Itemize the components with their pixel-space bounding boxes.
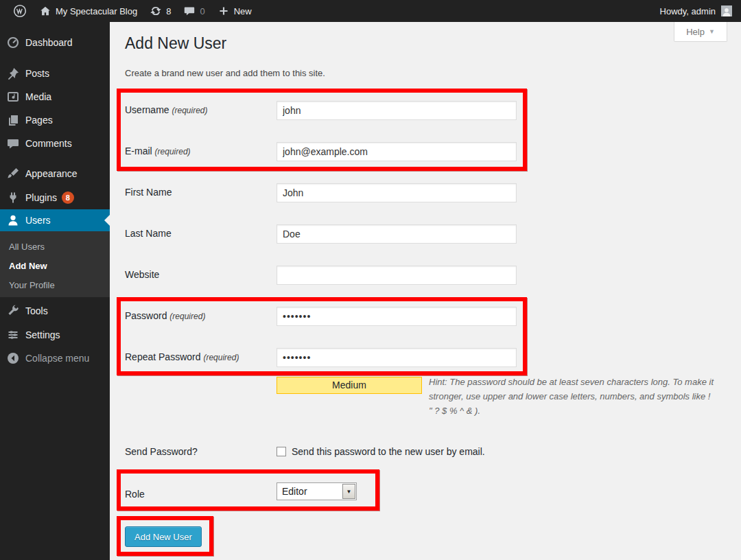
howdy-text: Howdy, admin xyxy=(660,6,716,16)
plugins-update-badge: 8 xyxy=(62,191,74,204)
required-note: (required) xyxy=(172,106,207,115)
email-input[interactable] xyxy=(277,142,517,161)
website-label: Website xyxy=(125,269,272,280)
comment-count: 0 xyxy=(200,6,204,16)
pushpin-icon xyxy=(6,67,20,80)
appearance-brush-icon xyxy=(6,167,20,180)
sidebar-item-label: Pages xyxy=(25,115,53,126)
dropdown-arrow-icon: ▼ xyxy=(342,484,355,499)
updates-menu[interactable]: 8 xyxy=(143,0,177,22)
page-title: Add New User xyxy=(125,34,226,53)
password-hint: Hint: The password should be at least se… xyxy=(242,375,716,418)
home-icon xyxy=(39,5,51,17)
sidebar-item-label: Plugins xyxy=(25,192,57,203)
email-label: E-mail (required) xyxy=(125,145,272,156)
sidebar-item-posts[interactable]: Posts xyxy=(0,62,110,85)
page-subtitle: Create a brand new user and add them to … xyxy=(125,68,325,78)
avatar xyxy=(721,5,732,16)
role-select[interactable]: Editor ▼ xyxy=(277,482,357,500)
send-password-checkbox-label: Send this password to the new user by em… xyxy=(292,446,485,457)
sidebar-item-settings[interactable]: Settings xyxy=(0,323,110,347)
password-label: Password (required) xyxy=(125,310,272,321)
repeat-password-input[interactable] xyxy=(277,348,517,367)
submenu-item-all-users[interactable]: All Users xyxy=(0,237,110,257)
add-new-user-button[interactable]: Add New User xyxy=(125,526,202,547)
selected-item-arrow xyxy=(104,215,110,226)
plugin-icon xyxy=(6,191,20,205)
dashboard-icon xyxy=(6,36,20,49)
sidebar-item-plugins[interactable]: Plugins 8 xyxy=(0,185,110,209)
sidebar-item-label: Dashboard xyxy=(25,37,73,48)
submenu-item-your-profile[interactable]: Your Profile xyxy=(0,276,110,295)
chevron-down-icon: ▼ xyxy=(709,28,715,35)
new-menu[interactable]: New xyxy=(211,0,258,22)
role-selected-value: Editor xyxy=(277,486,342,497)
sidebar-item-label: Collapse menu xyxy=(25,353,89,364)
comments-icon xyxy=(6,137,20,150)
submenu-item-add-new[interactable]: Add New xyxy=(0,257,110,276)
collapse-arrow-icon xyxy=(6,351,20,365)
required-note: (required) xyxy=(169,312,205,321)
first-name-label: First Name xyxy=(125,187,272,198)
sidebar-item-label: Tools xyxy=(25,305,48,316)
users-icon xyxy=(6,213,20,227)
update-icon xyxy=(150,5,162,17)
sidebar-item-appearance[interactable]: Appearance xyxy=(0,162,110,185)
last-name-input[interactable] xyxy=(277,224,517,244)
wordpress-admin-screen: My Spectacular Blog 8 0 New xyxy=(0,0,741,560)
sidebar-item-label: Posts xyxy=(25,68,49,79)
site-name-menu[interactable]: My Spectacular Blog xyxy=(33,0,143,22)
first-name-input[interactable] xyxy=(277,183,517,202)
send-password-checkbox[interactable] xyxy=(277,447,286,456)
role-label: Role xyxy=(125,489,272,500)
users-submenu: All Users Add New Your Profile xyxy=(0,231,110,297)
new-label: New xyxy=(234,6,252,16)
site-name: My Spectacular Blog xyxy=(56,6,137,16)
plus-icon xyxy=(217,5,230,17)
main-content: Help ▼ Add New User Create a brand new u… xyxy=(110,22,741,560)
tools-wrench-icon xyxy=(6,304,20,318)
media-icon xyxy=(6,90,20,104)
last-name-label: Last Name xyxy=(125,228,272,239)
collapse-menu-button[interactable]: Collapse menu xyxy=(0,347,110,369)
settings-sliders-icon xyxy=(6,328,20,342)
required-note: (required) xyxy=(203,353,239,362)
sidebar-item-tools[interactable]: Tools xyxy=(0,299,110,323)
required-note: (required) xyxy=(155,147,191,156)
sidebar-item-label: Media xyxy=(25,91,51,102)
help-button[interactable]: Help ▼ xyxy=(674,22,727,42)
repeat-password-label: Repeat Password (required) xyxy=(125,351,272,362)
sidebar-item-pages[interactable]: Pages xyxy=(0,108,110,132)
password-input[interactable] xyxy=(277,307,517,326)
sidebar-item-label: Comments xyxy=(25,138,72,149)
hint-spacer xyxy=(242,375,429,406)
sidebar-item-label: Settings xyxy=(25,329,60,340)
username-label: Username (required) xyxy=(125,104,272,115)
help-label: Help xyxy=(686,27,705,37)
pages-icon xyxy=(6,113,20,127)
admin-bar: My Spectacular Blog 8 0 New xyxy=(0,0,741,22)
website-input[interactable] xyxy=(277,266,517,285)
comments-menu[interactable]: 0 xyxy=(177,0,211,22)
comment-bubble-icon xyxy=(183,5,196,17)
wordpress-logo-icon[interactable] xyxy=(7,0,33,22)
account-menu[interactable]: Howdy, admin xyxy=(660,0,741,22)
sidebar-item-users[interactable]: Users xyxy=(0,209,110,231)
send-password-label: Send Password? xyxy=(125,446,272,457)
sidebar-item-comments[interactable]: Comments xyxy=(0,132,110,155)
sidebar-item-label: Users xyxy=(25,215,51,226)
update-count: 8 xyxy=(166,6,171,16)
username-input[interactable] xyxy=(277,101,517,120)
sidebar-item-label: Appearance xyxy=(25,168,78,179)
admin-sidebar: Dashboard Posts Media Pages Comments App… xyxy=(0,22,110,560)
sidebar-item-dashboard[interactable]: Dashboard xyxy=(0,31,110,54)
sidebar-item-media[interactable]: Media xyxy=(0,85,110,108)
